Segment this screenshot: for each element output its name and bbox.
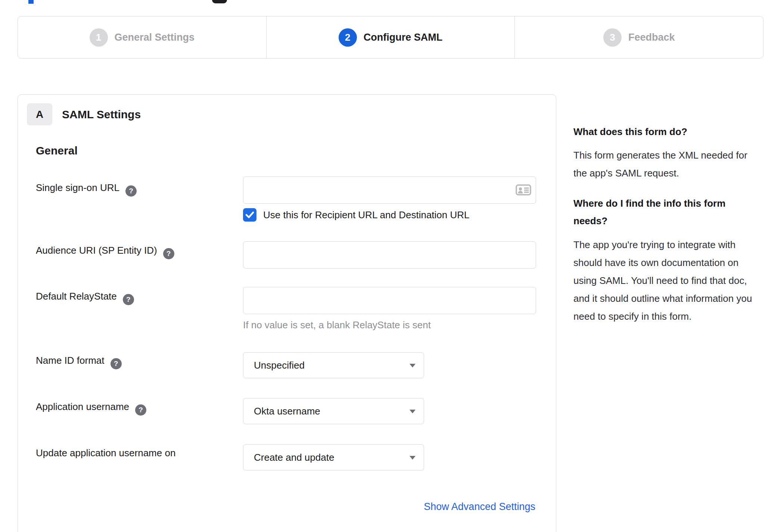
name-id-format-value: Unspecified (254, 360, 305, 371)
chevron-down-icon (410, 410, 416, 413)
step-1-label: General Settings (115, 32, 195, 43)
cropped-logo-fragment (28, 0, 34, 4)
step-1-circle: 1 (90, 28, 108, 47)
update-username-value: Create and update (254, 452, 334, 463)
audience-uri-label: Audience URI (SP Entity ID)? (36, 244, 174, 259)
name-id-format-help-icon[interactable]: ? (111, 358, 122, 369)
step-2-number: 2 (345, 32, 350, 43)
contact-card-icon (516, 184, 531, 195)
sso-url-help-icon[interactable]: ? (125, 185, 137, 197)
application-username-help-icon[interactable]: ? (135, 404, 146, 416)
name-id-format-label: Name ID format? (36, 354, 122, 369)
audience-uri-help-icon[interactable]: ? (163, 248, 174, 259)
application-username-select[interactable]: Okta username (243, 398, 424, 424)
step-2-circle: 2 (339, 28, 357, 47)
step-feedback[interactable]: 3 Feedback (514, 16, 763, 58)
step-3-number: 3 (610, 32, 615, 43)
audience-uri-input[interactable] (243, 241, 536, 269)
recipient-url-checkbox-label: Use this for Recipient URL and Destinati… (263, 209, 470, 221)
update-username-select[interactable]: Create and update (243, 444, 424, 470)
name-id-format-select[interactable]: Unspecified (243, 352, 424, 378)
section-a-badge: A (27, 103, 52, 125)
chevron-down-icon (410, 456, 416, 460)
step-3-label: Feedback (628, 32, 675, 43)
sso-url-input-wrap (243, 176, 536, 204)
panel-title: SAML Settings (62, 103, 141, 125)
sidebar-heading-what: What does this form do? (573, 123, 687, 141)
sidebar-body-what: This form generates the XML needed for t… (573, 146, 760, 182)
step-configure-saml[interactable]: 2 Configure SAML (266, 16, 515, 58)
relaystate-input[interactable] (243, 287, 536, 314)
checkmark-icon (245, 211, 254, 219)
wizard-stepper: 1 General Settings 2 Configure SAML 3 Fe… (18, 16, 763, 59)
step-general-settings[interactable]: 1 General Settings (18, 16, 266, 58)
saml-settings-panel: A SAML Settings General Single sign-on U… (18, 94, 556, 532)
sso-url-input[interactable] (243, 176, 536, 204)
recipient-url-checkbox[interactable] (243, 208, 256, 222)
cropped-button-fragment (212, 0, 227, 3)
recipient-url-checkbox-row: Use this for Recipient URL and Destinati… (243, 208, 470, 222)
chevron-down-icon (410, 364, 416, 367)
relaystate-label: Default RelayState? (36, 290, 134, 305)
relaystate-hint: If no value is set, a blank RelayState i… (243, 319, 431, 331)
relaystate-help-icon[interactable]: ? (123, 294, 134, 305)
general-heading: General (36, 144, 78, 157)
application-username-label: Application username? (36, 400, 146, 416)
sso-url-label: Single sign-on URL? (36, 181, 137, 197)
update-username-label: Update application username on (36, 447, 175, 459)
sidebar-body-where: The app you're trying to integrate with … (573, 236, 760, 325)
step-2-label: Configure SAML (364, 32, 442, 43)
step-3-circle: 3 (603, 28, 622, 47)
step-1-number: 1 (96, 32, 101, 43)
sidebar-heading-where: Where do I find the info this form needs… (573, 195, 760, 230)
application-username-value: Okta username (254, 406, 320, 417)
show-advanced-settings-link[interactable]: Show Advanced Settings (424, 501, 535, 513)
